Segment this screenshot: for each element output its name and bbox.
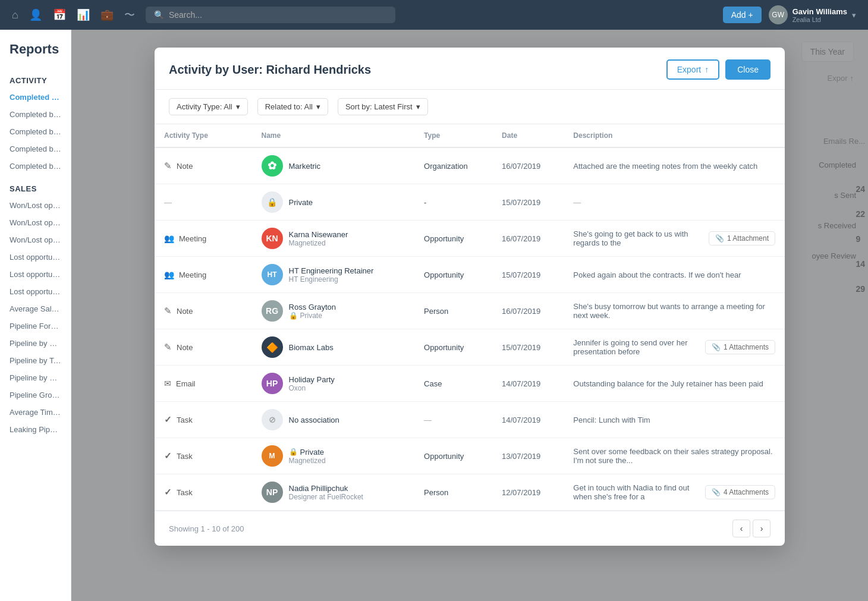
activity-type-cell: ✓ Task — [155, 438, 252, 474]
nav-right: Add + GW Gavin Williams Zealia Ltd ▾ — [723, 5, 856, 24]
activity-type-cell: ✎ Note — [155, 293, 252, 329]
description-cell: Get in touch with Nadia to find out when… — [564, 474, 785, 511]
activity-table: Activity Type Name Type Date Description… — [155, 124, 785, 511]
sidebar-item-completed-type[interactable]: Completed by Ty... — [0, 106, 71, 123]
table-row: — 🔒 Private -15/07/2019 — — [155, 184, 785, 221]
sidebar-item-lost3[interactable]: Lost opportunitie... — [0, 283, 71, 300]
description-cell: Pencil: Lunch with Tim — [564, 402, 785, 438]
sidebar-item-pipeline-growth[interactable]: Pipeline Growth... — [0, 386, 71, 404]
sidebar-item-pipeline-team[interactable]: Pipeline by Team... — [0, 352, 71, 369]
sidebar-item-completed-o[interactable]: Completed by O... — [0, 140, 71, 158]
activity-type-cell: — — [155, 184, 252, 221]
sort-by-filter[interactable]: Sort by: Latest First ▾ — [338, 98, 428, 115]
sidebar-item-completed-user[interactable]: Completed by U... — [0, 89, 71, 106]
date-cell: 16/07/2019 — [492, 147, 564, 184]
chevron-down-icon: ▾ — [416, 102, 420, 111]
type-cell: Opportunity — [414, 257, 492, 293]
nav-icons: ⌂ 👤 📅 📊 💼 〜 🔍 Search... — [12, 7, 711, 23]
sales-section-title: Sales — [0, 175, 71, 197]
export-icon: ↑ — [705, 65, 709, 74]
date-cell: 14/07/2019 — [492, 402, 564, 438]
paperclip-icon: 📎 — [715, 234, 724, 243]
type-cell: - — [414, 184, 492, 221]
activity-type-cell: ✎ Note — [155, 329, 252, 366]
sidebar-item-lost1[interactable]: Lost opportunitie... — [0, 248, 71, 266]
sort-by-label: Sort by: Latest First — [345, 102, 413, 111]
sidebar-item-pipeline-miles[interactable]: Pipeline by Miles... — [0, 369, 71, 386]
add-button[interactable]: Add + — [723, 7, 762, 23]
name-cell: RG Ross Grayton🔒 Private — [252, 293, 415, 329]
user-company: Zealia Ltd — [792, 16, 847, 23]
activity-type-filter[interactable]: Activity Type: All ▾ — [169, 98, 248, 115]
table-row: ✓ Task M 🔒 Private Magnetized Opportunit… — [155, 438, 785, 474]
sidebar-item-wonlost2[interactable]: Won/Lost oppo... — [0, 214, 71, 231]
name-cell: 🔶 Biomax Labs — [252, 329, 415, 366]
col-date: Date — [492, 124, 564, 147]
calendar-icon[interactable]: 📅 — [53, 8, 66, 21]
chevron-down-icon: ▾ — [236, 102, 240, 111]
export-button[interactable]: Export ↑ — [666, 59, 719, 80]
sidebar-item-avg-time[interactable]: Average Time to... — [0, 404, 71, 421]
sidebar-item-leaking[interactable]: Leaking Pipeline... — [0, 421, 71, 438]
sidebar-item-completed-c1[interactable]: Completed by C... — [0, 123, 71, 140]
name-cell: ⊘ No association — [252, 402, 415, 438]
search-icon: 🔍 — [154, 10, 164, 20]
table-row: ✓ Task ⊘ No association —14/07/2019 Penc… — [155, 402, 785, 438]
modal-title: Activity by User: Richard Hendricks — [169, 63, 371, 77]
col-activity-type: Activity Type — [155, 124, 252, 147]
type-cell: Organization — [414, 147, 492, 184]
type-cell: Opportunity — [414, 221, 492, 257]
sidebar-item-avg-sales[interactable]: Average Sales V... — [0, 300, 71, 317]
user-name: Gavin Williams — [792, 7, 847, 16]
sidebar-item-lost2[interactable]: Lost opportunitie... — [0, 266, 71, 283]
modal-footer: Showing 1 - 10 of 200 ‹ › — [155, 511, 785, 546]
description-cell: Attached are the meeting notes from the … — [564, 147, 785, 184]
person-icon[interactable]: 👤 — [29, 8, 42, 21]
type-cell: Person — [414, 293, 492, 329]
description-cell: She's going to get back to us with regar… — [564, 221, 785, 257]
paperclip-icon: 📎 — [712, 488, 721, 496]
col-description: Description — [564, 124, 785, 147]
close-button[interactable]: Close — [725, 59, 770, 80]
name-cell: NP Nadia PhillipchukDesigner at FuelRock… — [252, 474, 415, 511]
table-row: ✓ Task NP Nadia PhillipchukDesigner at F… — [155, 474, 785, 511]
attachment-badge[interactable]: 📎 4 Attachments — [705, 485, 775, 499]
table-row: ✎ Note 🔶 Biomax Labs Opportunity15/07/20… — [155, 329, 785, 366]
name-cell: 🔒 Private — [252, 184, 415, 221]
date-cell: 13/07/2019 — [492, 438, 564, 474]
briefcase-icon[interactable]: 💼 — [100, 8, 114, 21]
modal-header: Activity by User: Richard Hendricks Expo… — [155, 48, 785, 90]
main-layout: Reports Activity Completed by U... Compl… — [0, 30, 868, 601]
description-cell: She's busy tomorrow but wants to arrange… — [564, 293, 785, 329]
activity-type-cell: ✓ Task — [155, 474, 252, 511]
type-cell: — — [414, 402, 492, 438]
prev-page-button[interactable]: ‹ — [732, 520, 750, 537]
next-page-button[interactable]: › — [753, 520, 770, 537]
activity-type-cell: 👥 Meeting — [155, 257, 252, 293]
top-navigation: ⌂ 👤 📅 📊 💼 〜 🔍 Search... Add + GW Gavin W… — [0, 0, 868, 30]
home-icon[interactable]: ⌂ — [12, 9, 18, 21]
activity-type-cell: 👥 Meeting — [155, 221, 252, 257]
sidebar-item-pipeline-owner[interactable]: Pipeline by Own... — [0, 335, 71, 352]
search-bar[interactable]: 🔍 Search... — [146, 7, 395, 23]
name-cell: HT HT Engineering RetainerHT Engineering — [252, 257, 415, 293]
related-to-filter[interactable]: Related to: All ▾ — [257, 98, 328, 115]
sidebar-item-completed-c2[interactable]: Completed by C... — [0, 158, 71, 175]
activity-icon[interactable]: 〜 — [124, 8, 135, 22]
attachment-badge[interactable]: 📎 1 Attachments — [705, 340, 775, 354]
sidebar-item-pipeline-forecast[interactable]: Pipeline Forecas... — [0, 317, 71, 335]
activity-type-cell: ✎ Note — [155, 147, 252, 184]
attachment-badge[interactable]: 📎 1 Attachment — [709, 231, 775, 246]
date-cell: 15/07/2019 — [492, 184, 564, 221]
table-row: ✎ Note ✿ Marketric Organization16/07/201… — [155, 147, 785, 184]
chart-icon[interactable]: 📊 — [77, 8, 90, 21]
date-cell: 15/07/2019 — [492, 329, 564, 366]
activity-type-cell: ✉ Email — [155, 366, 252, 402]
date-cell: 14/07/2019 — [492, 366, 564, 402]
showing-text: Showing 1 - 10 of 200 — [169, 524, 244, 533]
description-cell: Sent over some feedback on their sales s… — [564, 438, 785, 474]
paperclip-icon: 📎 — [712, 343, 721, 351]
description-cell: Outstanding balance for the July retaine… — [564, 366, 785, 402]
sidebar-item-wonlost3[interactable]: Won/Lost oppo... — [0, 231, 71, 248]
sidebar-item-wonlost1[interactable]: Won/Lost oppo... — [0, 197, 71, 214]
